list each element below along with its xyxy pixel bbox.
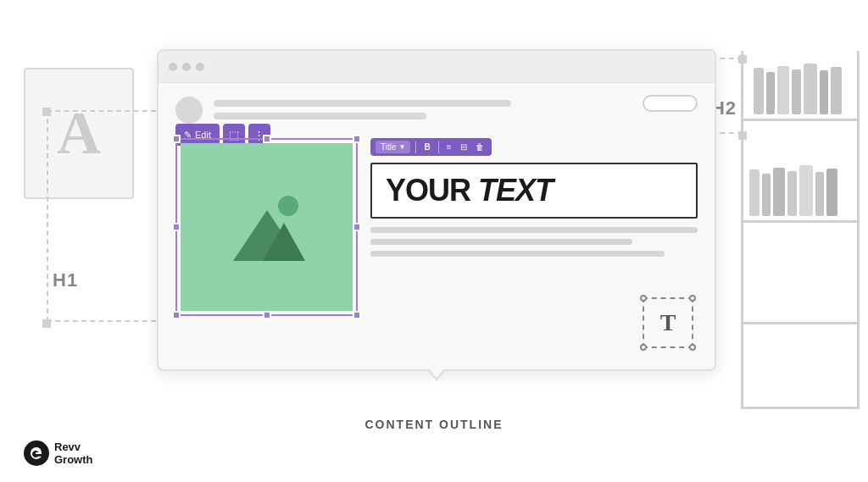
book-7 (831, 67, 842, 114)
chevron-down-icon: ▼ (399, 143, 406, 151)
your-text-italic: TEXT (478, 173, 553, 208)
delete-icon[interactable]: 🗑 (473, 141, 487, 153)
browser-content: ✎ Edit ⬚ ⋮ (159, 83, 715, 369)
handle-mr (353, 223, 361, 231)
handle-tl (172, 135, 181, 143)
toolbar-separator-1 (415, 141, 416, 153)
cursor-handle-bl (640, 344, 647, 351)
shelf-3 (741, 322, 860, 324)
browser-dot-2 (182, 63, 191, 71)
text-line-3 (370, 251, 665, 257)
title-select[interactable]: Title ▼ (376, 141, 410, 153)
avatar-circle (175, 97, 203, 124)
book-13 (815, 172, 824, 216)
text-line-1 (370, 227, 698, 233)
logo-line2: Growth (54, 453, 93, 467)
header-lines (214, 100, 638, 119)
logo-icon (24, 440, 49, 466)
text-cursor-widget: T (638, 293, 698, 352)
book-6 (820, 70, 828, 114)
book-10 (773, 168, 785, 216)
browser-window: ✎ Edit ⬚ ⋮ (157, 49, 716, 371)
image-placeholder (181, 143, 353, 311)
browser-toolbar (159, 51, 715, 83)
your-text-box[interactable]: YOUR TEXT (370, 163, 698, 219)
cursor-handle-br (689, 344, 696, 351)
handle-br (353, 311, 361, 319)
book-8 (749, 169, 760, 216)
book-2 (766, 72, 775, 114)
svg-point-1 (278, 196, 298, 216)
browser-dot-3 (196, 63, 204, 71)
cursor-handle-tl (640, 295, 647, 302)
bold-button[interactable]: B (421, 141, 432, 153)
book-4 (792, 69, 801, 114)
mountain-svg (216, 176, 318, 278)
h1-label: H1 (53, 269, 78, 291)
h2-dot-bottom (738, 131, 747, 140)
cursor-box: T (643, 297, 693, 348)
shelf-2 (741, 220, 860, 223)
h2-dot-top (738, 55, 747, 64)
handle-bl (172, 311, 181, 319)
title-select-label: Title (381, 142, 397, 152)
handle-mb (263, 311, 271, 319)
image-placeholder-wrapper[interactable] (175, 138, 358, 316)
bookshelf (741, 51, 860, 407)
shelf-4 (741, 407, 860, 409)
h1-dot-top (42, 108, 51, 116)
content-outline-label: CONTENT OUTLINE (365, 418, 504, 431)
h1-dot-bottom (42, 319, 51, 328)
book-12 (799, 165, 813, 216)
handle-ml (172, 223, 181, 231)
book-3 (777, 66, 789, 114)
book-5 (804, 64, 817, 114)
logo-text: Revv Growth (54, 440, 93, 467)
browser-pointer (426, 369, 447, 381)
handle-tr (353, 135, 361, 143)
browser-dot-1 (169, 63, 177, 71)
your-text-normal: YOUR (386, 173, 478, 208)
shelf-1 (741, 119, 860, 121)
logo-line1: Revv (54, 440, 93, 454)
align-icon[interactable]: ≡ (444, 141, 454, 153)
handle-mt (263, 135, 271, 143)
book-1 (754, 68, 764, 114)
toolbar-separator-2 (438, 141, 439, 153)
title-toolbar: Title ▼ B ≡ ⊟ 🗑 (370, 138, 492, 156)
cursor-handle-tr (689, 295, 696, 302)
search-box[interactable] (643, 95, 698, 112)
text-line-2 (370, 239, 632, 245)
text-area: Title ▼ B ≡ ⊟ 🗑 YOUR TEXT (370, 138, 698, 263)
logo-svg (29, 446, 44, 461)
header-line-1 (214, 100, 511, 107)
book-11 (787, 171, 797, 216)
cursor-t-letter: T (660, 309, 676, 336)
header-line-2 (214, 113, 426, 119)
book-14 (826, 169, 837, 216)
link-icon[interactable]: ⊟ (458, 141, 470, 153)
shelf-vert-right (857, 51, 860, 407)
book-9 (762, 174, 771, 216)
logo: Revv Growth (24, 440, 93, 467)
